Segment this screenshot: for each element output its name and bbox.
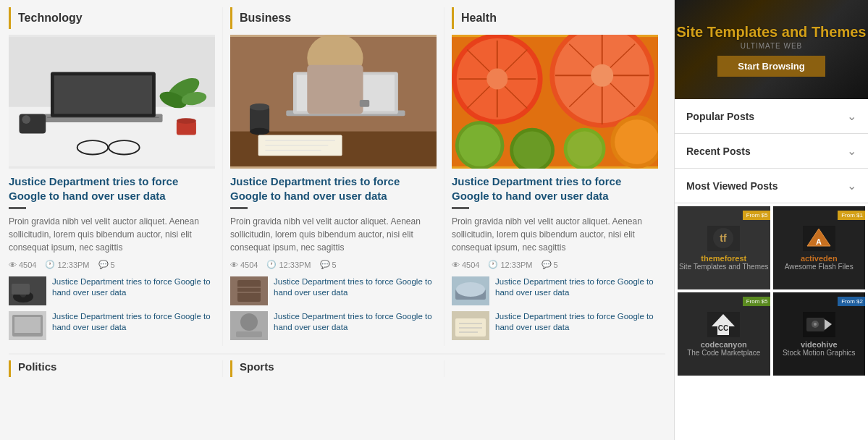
svg-point-72 <box>456 282 485 297</box>
grid-item-themeforest[interactable]: From $5 tf themeforest Site Templates an… <box>678 206 770 289</box>
tech-small-img-1 <box>9 276 46 305</box>
business-small-title-2[interactable]: Justice Department tries to force Google… <box>274 311 437 333</box>
svg-rect-46 <box>236 331 262 337</box>
svg-rect-4 <box>54 75 152 114</box>
svg-point-67 <box>567 132 602 166</box>
svg-rect-32 <box>360 100 370 107</box>
banner-content: Site Templates and Themes ULTIMATE WEB S… <box>677 23 867 77</box>
tech-post-divider <box>9 207 26 209</box>
clock-icon: 🕐 <box>45 260 55 269</box>
health-small-title-1[interactable]: Justice Department tries to force Google… <box>495 276 658 298</box>
tech-small-title-2[interactable]: Justice Department tries to force Google… <box>52 311 215 333</box>
svg-rect-41 <box>237 280 261 302</box>
tech-time: 🕐 12:33PM <box>45 260 89 269</box>
svg-rect-33 <box>250 107 269 132</box>
svg-point-34 <box>250 103 269 111</box>
business-views: 👁 4504 <box>230 261 258 269</box>
tech-post-excerpt: Proin gravida nibh vel velit auctor aliq… <box>9 215 215 254</box>
comment-icon: 💬 <box>542 260 552 269</box>
svg-point-15 <box>177 118 196 124</box>
main-content: Technology <box>0 0 674 440</box>
eye-icon: 👁 <box>230 261 238 269</box>
business-small-img-2 <box>230 311 268 340</box>
tech-comments: 💬 5 <box>98 260 115 269</box>
tech-main-image <box>9 35 215 169</box>
health-small-post-2: Justice Department tries to force Google… <box>452 311 658 340</box>
tech-post-meta: 👁 4504 🕐 12:33PM 💬 5 <box>9 260 215 269</box>
grid-item-activeden[interactable]: From $1 A activeden Awesome Flash Files <box>773 206 866 289</box>
eye-icon: 👁 <box>9 261 17 269</box>
health-post-excerpt: Proin gravida nibh vel velit auctor aliq… <box>452 215 658 254</box>
activeden-ribbon: From $1 <box>838 211 865 220</box>
svg-point-61 <box>591 64 613 87</box>
sidebar-marketplace-grid: From $5 tf themeforest Site Templates an… <box>675 203 868 378</box>
business-post-title[interactable]: Justice Department tries to force Google… <box>230 174 437 203</box>
comment-icon: 💬 <box>320 260 330 269</box>
svg-point-69 <box>615 119 658 164</box>
business-title: Business <box>230 7 437 29</box>
business-small-title-1[interactable]: Justice Department tries to force Google… <box>274 276 437 298</box>
most-viewed-label: Most Viewed Posts <box>686 180 778 192</box>
health-small-title-2[interactable]: Justice Department tries to force Google… <box>495 311 658 333</box>
svg-point-54 <box>486 69 507 90</box>
tech-post-title[interactable]: Justice Department tries to force Google… <box>9 174 215 203</box>
business-time: 🕐 12:33PM <box>266 260 311 269</box>
codecanyon-sublabel: The Code Marketplace <box>687 349 760 357</box>
popular-posts-label: Popular Posts <box>686 111 754 122</box>
videohive-sublabel: Stock Motion Graphics <box>783 349 856 357</box>
bottom-col-sports: Sports <box>223 360 444 377</box>
business-small-img-1 <box>230 276 268 305</box>
recent-posts-arrow: ⌄ <box>847 144 856 158</box>
technology-title: Technology <box>9 7 215 29</box>
svg-rect-19 <box>12 284 30 295</box>
tech-small-title-1[interactable]: Justice Department tries to force Google… <box>52 276 215 298</box>
sports-title: Sports <box>230 360 437 377</box>
health-post-meta: 👁 4504 🕐 12:33PM 💬 5 <box>452 260 658 269</box>
themeforest-label: themeforest <box>701 254 746 263</box>
start-browsing-button[interactable]: Start Browsing <box>717 56 825 77</box>
health-post-divider <box>452 207 469 209</box>
tech-small-img-2 <box>9 311 46 340</box>
site-banner: Site Templates and Themes ULTIMATE WEB S… <box>675 0 868 99</box>
svg-point-7 <box>22 115 30 124</box>
clock-icon: 🕐 <box>488 260 498 269</box>
popular-posts-arrow: ⌄ <box>847 109 856 123</box>
grid-item-videohive[interactable]: From $2 videohive Stock Motion Graphics <box>773 292 866 376</box>
svg-point-45 <box>240 313 258 331</box>
business-post-excerpt: Proin gravida nibh vel velit auctor aliq… <box>230 215 437 254</box>
bottom-col-empty <box>444 360 665 377</box>
bottom-row: Politics Sports <box>9 353 665 377</box>
svg-point-91 <box>814 323 817 326</box>
grid-item-codecanyon[interactable]: From $5 CC codecanyon The Code Marketpla… <box>678 292 770 376</box>
accordion-recent: Recent Posts ⌄ <box>675 134 868 169</box>
accordion-recent-header[interactable]: Recent Posts ⌄ <box>675 134 868 168</box>
page-wrapper: Technology <box>0 0 868 440</box>
svg-rect-22 <box>14 317 41 333</box>
bottom-col-politics: Politics <box>9 360 223 377</box>
activeden-sublabel: Awesome Flash Files <box>785 263 854 271</box>
business-post-meta: 👁 4504 🕐 12:33PM 💬 5 <box>230 260 437 269</box>
svg-point-35 <box>250 128 269 135</box>
activeden-label: activeden <box>801 254 838 263</box>
business-comments: 💬 5 <box>320 260 337 269</box>
columns-row: Technology <box>9 7 665 346</box>
themeforest-sublabel: Site Templates and Themes <box>679 263 769 271</box>
column-health: Health <box>444 7 665 346</box>
accordion-popular: Popular Posts ⌄ <box>675 99 868 134</box>
tech-views: 👁 4504 <box>9 261 36 269</box>
business-small-post-1: Justice Department tries to force Google… <box>230 276 437 305</box>
most-viewed-arrow: ⌄ <box>847 179 856 192</box>
accordion-most-viewed-header[interactable]: Most Viewed Posts ⌄ <box>675 169 868 203</box>
videohive-ribbon: From $2 <box>838 297 865 306</box>
health-title: Health <box>452 7 658 29</box>
svg-rect-31 <box>307 65 363 114</box>
svg-text:CC: CC <box>718 324 728 332</box>
comment-icon: 💬 <box>98 260 109 269</box>
clock-icon: 🕐 <box>266 260 277 269</box>
svg-point-65 <box>513 132 551 169</box>
health-time: 🕐 12:33PM <box>488 260 532 269</box>
banner-title: Site Templates and Themes <box>677 23 867 41</box>
politics-title: Politics <box>9 360 215 377</box>
health-post-title[interactable]: Justice Department tries to force Google… <box>452 174 658 203</box>
accordion-popular-header[interactable]: Popular Posts ⌄ <box>675 99 868 133</box>
